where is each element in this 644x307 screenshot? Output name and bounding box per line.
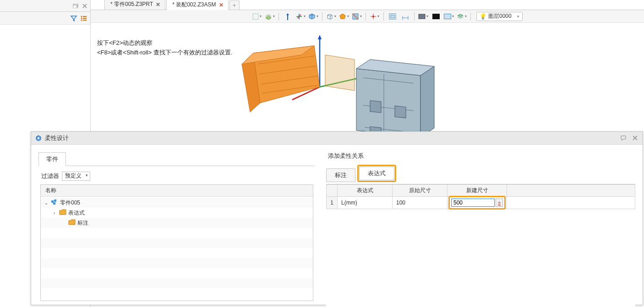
cell-original-size: 100 <box>393 197 448 209</box>
dialog-title: 柔性设计 <box>45 134 617 142</box>
col-remainder <box>507 185 635 197</box>
filter-select[interactable]: 预定义 <box>62 172 90 181</box>
coord-system-icon[interactable] <box>295 11 306 22</box>
expression-grid: 表达式 原始尺寸 新建尺寸 1 L(mm) 100 <box>326 184 635 209</box>
select-mode-icon[interactable] <box>251 11 263 22</box>
separator <box>366 12 366 21</box>
viewport-toolbar: 💡 图层0000 ▾ <box>91 10 644 23</box>
svg-point-4 <box>81 17 82 19</box>
tab-parts[interactable]: 零件 <box>38 152 66 166</box>
parts-tree: 名称 ⌄ 零件005 › 表达式 <box>40 184 313 301</box>
doc-tab-part005[interactable]: * 零件005.Z3PRT ✕ <box>104 0 165 10</box>
tree-toggle-icon[interactable]: › <box>52 210 57 215</box>
tree-row-empty <box>41 248 313 258</box>
tree-label: 零件005 <box>60 199 80 207</box>
layer-label: 图层0000 <box>488 12 512 20</box>
left-toolbar <box>0 12 90 25</box>
render-mode-icon[interactable] <box>417 11 429 22</box>
highlight-box: 表达式 <box>357 165 396 182</box>
tab-expression[interactable]: 表达式 <box>359 167 394 180</box>
col-original-size: 原始尺寸 <box>393 185 448 197</box>
list-icon[interactable] <box>80 15 87 22</box>
axis-z-icon[interactable] <box>282 11 294 22</box>
color-black-icon[interactable] <box>430 11 442 22</box>
dialog-close-icon[interactable] <box>631 134 639 142</box>
separator <box>414 12 415 21</box>
svg-rect-39 <box>54 199 56 202</box>
dialog-left-panel: 零件 过滤器 预定义 名称 ⌄ 零件005 <box>38 152 315 301</box>
cell-expression[interactable]: L(mm) <box>338 197 393 209</box>
panel-restore-icon[interactable] <box>72 2 79 10</box>
filter-icon[interactable] <box>70 15 77 22</box>
tree-row-empty <box>41 228 313 238</box>
section-view-icon[interactable] <box>351 11 363 22</box>
dialog-right-panel: 添加柔性关系 标注 表达式 表达式 原始尺寸 <box>326 152 635 301</box>
sheet-icon[interactable] <box>264 11 276 22</box>
filter-label: 过滤器 <box>41 172 59 180</box>
doc-tab-assembly002[interactable]: * 装配002.Z3ASM ✕ <box>166 0 228 10</box>
tree-row-annotation[interactable]: 标注 <box>41 218 313 228</box>
origin-point-icon[interactable] <box>369 11 381 22</box>
svg-rect-8 <box>253 14 258 19</box>
part-icon <box>51 199 58 206</box>
panel-close-icon[interactable] <box>81 2 88 10</box>
col-new-size: 新建尺寸 <box>448 185 507 197</box>
separator <box>470 12 471 21</box>
svg-rect-33 <box>370 101 381 113</box>
layer-selector[interactable]: 💡 图层0000 ▾ <box>476 12 523 21</box>
separator <box>278 12 279 21</box>
tree-toggle-icon[interactable]: ⌄ <box>44 200 49 205</box>
bulb-icon: 💡 <box>480 13 486 20</box>
svg-point-6 <box>81 19 82 21</box>
tab-label: 零件 <box>46 156 58 162</box>
expression-grid-wrap: 表达式 原始尺寸 新建尺寸 1 L(mm) 100 <box>326 184 635 307</box>
left-panel-header <box>0 0 90 12</box>
folder-icon <box>68 219 76 226</box>
separator <box>322 12 322 21</box>
filter-value: 预定义 <box>65 172 82 179</box>
tab-annotation[interactable]: 标注 <box>326 168 355 182</box>
tab-label: 标注 <box>335 172 347 178</box>
dialog-icon <box>35 135 42 142</box>
tree-row-empty <box>41 268 313 278</box>
tree-row-empty <box>41 238 313 248</box>
tree-row-part[interactable]: ⌄ 零件005 <box>41 198 313 208</box>
wireframe-cube-icon[interactable] <box>325 11 337 22</box>
layers-stack-icon[interactable] <box>456 11 468 22</box>
doc-tab-label: * 装配002.Z3ASM <box>172 1 216 9</box>
svg-rect-23 <box>432 14 440 19</box>
svg-rect-5 <box>83 18 87 19</box>
chevron-down-icon: ▾ <box>517 14 519 19</box>
svg-rect-18 <box>391 15 394 18</box>
section-title: 添加柔性关系 <box>328 152 635 160</box>
svg-point-2 <box>81 16 82 17</box>
cell-new-size[interactable]: π <box>448 197 507 209</box>
cell-rownum: 1 <box>327 197 338 209</box>
isometric-cube-icon[interactable] <box>307 11 319 22</box>
grid-row[interactable]: 1 L(mm) 100 π <box>327 197 635 209</box>
dialog-help-icon[interactable] <box>620 134 628 142</box>
svg-rect-22 <box>419 14 425 19</box>
svg-rect-3 <box>83 16 87 17</box>
dialog-titlebar[interactable]: 柔性设计 <box>31 132 643 145</box>
close-icon[interactable]: ✕ <box>156 1 160 8</box>
separator <box>383 12 384 21</box>
relation-tab-strip: 标注 表达式 <box>326 165 635 182</box>
add-tab-button[interactable]: + <box>229 0 240 10</box>
shaded-poly-icon[interactable] <box>338 11 350 22</box>
color-blue-icon[interactable] <box>443 11 455 22</box>
tab-label: 表达式 <box>368 170 386 177</box>
cell-remainder <box>507 197 635 209</box>
svg-point-16 <box>372 16 374 17</box>
close-icon[interactable]: ✕ <box>219 2 224 8</box>
dimension-icon[interactable] <box>399 11 411 22</box>
svg-point-37 <box>38 137 39 139</box>
hint-line: <F8>或者<Shift-roll> 查找下一个有效的过滤器设置. <box>97 48 232 58</box>
new-size-input[interactable] <box>451 199 495 207</box>
pi-button[interactable]: π <box>496 199 503 207</box>
tree-label: 表达式 <box>68 209 85 217</box>
grid-blank-area <box>326 209 635 307</box>
tree-row-expression[interactable]: › 表达式 <box>41 208 313 218</box>
folder-icon <box>59 209 66 216</box>
plane-icon[interactable] <box>387 11 398 22</box>
